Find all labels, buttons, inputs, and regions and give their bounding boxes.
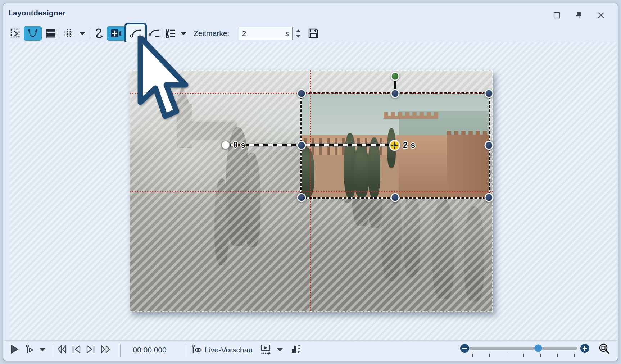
play-button[interactable] (9, 344, 20, 355)
add-keyframe-button[interactable] (124, 23, 147, 44)
select-tool-button[interactable] (8, 26, 23, 41)
chevron-down-icon (181, 32, 186, 35)
selection-handle-bottom-center[interactable] (391, 193, 400, 202)
camera-pan-button[interactable] (107, 26, 125, 41)
zoom-slider-tick (557, 354, 558, 357)
pin-button[interactable] (574, 10, 584, 20)
photo-tree (244, 153, 260, 247)
selection-handle-mid-right[interactable] (485, 141, 494, 150)
pin-icon (575, 12, 583, 19)
photo-church-nave (192, 120, 237, 140)
play-options-dropdown[interactable] (40, 348, 45, 351)
toolbar-separator (60, 28, 60, 38)
render-quality-icon (290, 344, 301, 355)
remove-keyframe-icon (148, 28, 160, 39)
keyframe-list-button[interactable] (164, 26, 177, 41)
playback-bar: 00:00.000 Live-Vorschau (4, 340, 617, 360)
photo-church-spire (175, 85, 190, 105)
rewind-button[interactable] (56, 344, 68, 355)
chevron-down-icon (80, 32, 85, 35)
preview-mode-dropdown[interactable] (277, 348, 283, 351)
zeitmarke-unit: s (285, 29, 289, 38)
keyframe-list-dropdown-button[interactable] (178, 26, 189, 41)
selection-handle-top-center[interactable] (391, 89, 400, 98)
zoom-slider-thumb[interactable] (535, 345, 542, 352)
photo-tree (464, 206, 484, 301)
close-icon (598, 12, 604, 19)
bar-separator (120, 344, 121, 357)
keyframe-start-label: 0 s (233, 140, 246, 150)
motion-path-toggle-button[interactable] (24, 26, 42, 41)
layoutdesigner-window: Layoutdesigner (3, 3, 618, 361)
smooth-curve-icon (94, 28, 105, 39)
zoom-slider-tick (574, 354, 575, 357)
keyframe-marker-dot (394, 144, 396, 147)
zoom-out-icon (460, 343, 470, 353)
smooth-curve-button[interactable] (93, 26, 106, 41)
camera-pan-icon (110, 28, 122, 39)
motion-path-icon (27, 28, 38, 39)
toolbar-separator (91, 28, 91, 38)
preview-window-button[interactable] (260, 344, 273, 355)
zoom-slider-tick (472, 354, 473, 357)
maximize-icon (553, 12, 560, 19)
step-back-icon (71, 344, 82, 355)
fast-forward-icon (100, 344, 111, 355)
grid-icon (63, 28, 74, 39)
preview-window-icon (260, 344, 273, 355)
keyframe-marker-start[interactable] (221, 141, 230, 150)
selection-handle-bottom-right[interactable] (485, 193, 494, 202)
remove-keyframe-button[interactable] (146, 26, 161, 41)
scene-image[interactable]: 0 s 2 s (130, 70, 493, 312)
selection-handle-top-right[interactable] (485, 89, 494, 98)
spinner-down-button[interactable] (296, 35, 301, 38)
zeitmarke-input[interactable] (239, 29, 275, 38)
zoom-in-button[interactable] (580, 343, 590, 353)
pin-eye-icon (191, 344, 204, 355)
bar-separator (52, 344, 52, 357)
live-preview-label: Live-Vorschau (205, 346, 253, 354)
zeitmarke-spinner (294, 27, 303, 40)
selection-handle-top-left[interactable] (297, 89, 306, 98)
save-button[interactable] (306, 26, 321, 41)
chevron-down-icon (40, 348, 45, 351)
fast-forward-button[interactable] (100, 344, 111, 355)
photo-church-tower (177, 104, 192, 148)
zeitmarke-field: s (239, 27, 293, 40)
keyframe-current-label: 2 s (403, 140, 416, 150)
zoom-slider[interactable] (469, 347, 577, 350)
zoom-slider-tick (489, 354, 490, 357)
grid-dropdown-button[interactable] (77, 26, 87, 41)
zoom-in-icon (580, 343, 590, 353)
motion-path-line[interactable] (226, 144, 395, 146)
selection-handle-mid-left[interactable] (297, 141, 306, 150)
photo-tree (214, 178, 229, 265)
grid-button[interactable] (62, 26, 76, 41)
zoom-slider-tick (523, 354, 524, 357)
zeitmarke-label: Zeitmarke: (194, 26, 229, 41)
live-preview-toggle[interactable] (191, 344, 204, 355)
selection-handle-bottom-left[interactable] (297, 193, 306, 202)
spinner-up-button[interactable] (296, 29, 301, 32)
page-title: Layoutdesigner (8, 9, 65, 17)
zoom-fit-icon (598, 343, 610, 355)
toolbar-separator (162, 28, 162, 38)
close-button[interactable] (596, 10, 606, 20)
play-from-marker-button[interactable] (24, 344, 36, 355)
layers-button[interactable] (44, 26, 58, 41)
layout-canvas[interactable]: 0 s 2 s (10, 42, 617, 341)
step-forward-button[interactable] (85, 344, 96, 355)
render-quality-button[interactable] (290, 344, 301, 355)
photo-tree (404, 189, 420, 277)
maximize-button[interactable] (552, 10, 562, 20)
zoom-fit-button[interactable] (598, 343, 610, 355)
time-display: 00:00.000 (124, 346, 175, 354)
chevron-down-icon (277, 348, 283, 351)
rotation-handle[interactable] (391, 72, 400, 81)
keyframe-list-icon (165, 28, 176, 39)
zoom-out-button[interactable] (460, 343, 470, 353)
layers-icon (45, 28, 56, 39)
select-tool-icon (10, 28, 21, 39)
step-forward-icon (85, 344, 96, 355)
step-back-button[interactable] (71, 344, 82, 355)
